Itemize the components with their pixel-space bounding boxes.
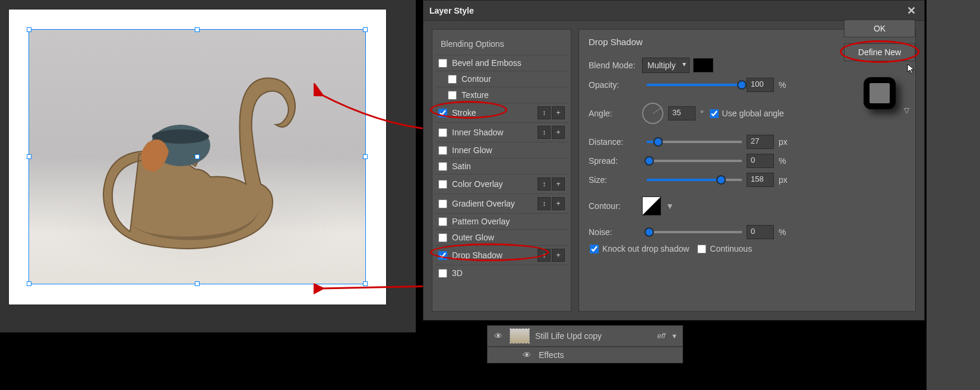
spread-value[interactable]: 0 [747, 154, 774, 168]
document-frame [9, 9, 386, 305]
add-icon[interactable]: + [552, 249, 565, 262]
reorder-icon[interactable]: ↕ [538, 177, 551, 191]
style-3d-checkbox[interactable] [438, 269, 447, 278]
ok-button[interactable]: OK [844, 20, 915, 37]
transform-handle-tr[interactable] [363, 27, 368, 32]
layer-row[interactable]: 👁 Still Life Upd copy eff ▼ [487, 325, 683, 347]
transform-handle-ml[interactable] [27, 154, 31, 159]
transform-handle-tm[interactable] [195, 27, 200, 32]
style-drop-shadow[interactable]: Drop Shadow ↕ + [435, 245, 568, 265]
style-satin-label: Satin [452, 161, 565, 171]
style-3d-label: 3D [452, 268, 565, 278]
visibility-eye-icon[interactable]: 👁 [521, 350, 533, 360]
opacity-unit: % [779, 80, 786, 90]
distance-slider[interactable] [647, 141, 742, 143]
styles-list-header: Blending Options [435, 34, 568, 55]
contour-picker[interactable] [642, 196, 661, 215]
spread-unit: % [779, 156, 786, 166]
style-inner-glow-checkbox[interactable] [438, 146, 447, 155]
style-satin-checkbox[interactable] [438, 162, 447, 171]
style-bevel-emboss[interactable]: Bevel and Emboss [435, 55, 568, 71]
add-icon[interactable]: + [552, 197, 565, 210]
layer-thumbnail[interactable] [510, 329, 529, 343]
style-pattern-overlay-checkbox[interactable] [438, 217, 447, 226]
noise-value[interactable]: 0 [747, 225, 774, 239]
style-gradient-overlay-label: Gradient Overlay [452, 199, 536, 208]
style-texture[interactable]: Texture [435, 87, 568, 103]
annotation-arrow-dropshadow [314, 273, 438, 297]
effects-tag: eff [657, 332, 665, 340]
layers-panel-fragment: 👁 Still Life Upd copy eff ▼ 👁 Effects [487, 325, 683, 363]
transform-handle-bm[interactable] [195, 281, 200, 286]
style-inner-glow[interactable]: Inner Glow [435, 142, 568, 158]
panel-background [927, 0, 980, 390]
style-pattern-overlay[interactable]: Pattern Overlay [435, 213, 568, 229]
cursor-icon [906, 64, 917, 74]
use-global-angle-label: Use global angle [722, 109, 784, 118]
style-contour-label: Contour [461, 74, 565, 84]
size-unit: px [779, 175, 788, 185]
style-texture-label: Texture [461, 90, 565, 100]
opacity-slider[interactable] [647, 84, 742, 86]
continuous-checkbox[interactable] [697, 245, 706, 253]
style-3d[interactable]: 3D [435, 265, 568, 281]
style-inner-shadow-checkbox[interactable] [438, 128, 447, 137]
transform-handle-center[interactable] [195, 154, 200, 159]
preview-dropdown-icon[interactable]: ▽ [904, 106, 909, 115]
distance-value[interactable]: 27 [747, 135, 774, 149]
style-satin[interactable]: Satin [435, 158, 568, 174]
style-drop-shadow-label: Drop Shadow [452, 251, 536, 260]
style-gradient-overlay-checkbox[interactable] [438, 199, 447, 208]
define-new-button[interactable]: Define New [844, 43, 915, 61]
spread-slider[interactable] [647, 160, 742, 162]
ok-button-label: OK [874, 24, 886, 33]
reorder-icon[interactable]: ↕ [538, 197, 551, 210]
chevron-down-icon[interactable]: ▼ [671, 332, 678, 340]
angle-value[interactable]: 35 [668, 106, 696, 121]
opacity-value[interactable]: 100 [747, 78, 774, 92]
noise-slider[interactable] [647, 231, 742, 233]
size-value[interactable]: 158 [747, 173, 774, 187]
spread-label: Spread: [589, 156, 642, 166]
knock-out-label: Knock out drop shadow [602, 244, 689, 253]
layer-name[interactable]: Still Life Upd copy [535, 331, 652, 341]
styles-list: Blending Options Bevel and Emboss Contou… [432, 29, 571, 312]
opacity-label: Opacity: [589, 80, 642, 90]
still-life-image [77, 65, 302, 261]
style-gradient-overlay[interactable]: Gradient Overlay ↕ + [435, 194, 568, 213]
add-icon[interactable]: + [552, 126, 565, 139]
add-icon[interactable]: + [552, 177, 565, 191]
transform-handle-mr[interactable] [363, 154, 368, 159]
knock-out-checkbox[interactable] [590, 245, 599, 253]
style-inner-shadow-label: Inner Shadow [452, 128, 536, 137]
shadow-color-swatch[interactable] [693, 58, 713, 72]
size-slider[interactable] [647, 179, 742, 181]
transform-handle-tl[interactable] [27, 27, 31, 32]
style-outer-glow[interactable]: Outer Glow [435, 229, 568, 245]
add-icon[interactable]: + [552, 106, 565, 119]
style-drop-shadow-checkbox[interactable] [438, 251, 447, 260]
contour-label: Contour: [589, 201, 642, 211]
contour-dropdown-icon[interactable]: ▼ [666, 201, 674, 211]
transform-handle-bl[interactable] [27, 281, 31, 286]
visibility-eye-icon[interactable]: 👁 [492, 331, 504, 341]
angle-dial[interactable] [642, 103, 663, 124]
style-stroke[interactable]: Stroke ↕ + [435, 103, 568, 122]
reorder-icon[interactable]: ↕ [538, 249, 551, 262]
style-color-overlay-checkbox[interactable] [438, 180, 447, 189]
style-texture-checkbox[interactable] [448, 91, 457, 100]
style-outer-glow-checkbox[interactable] [438, 233, 447, 242]
style-bevel-checkbox[interactable] [438, 59, 447, 68]
layer-effects-row[interactable]: 👁 Effects [487, 347, 683, 363]
blend-mode-select[interactable]: Multiply [642, 58, 690, 73]
style-contour[interactable]: Contour [435, 71, 568, 87]
continuous-label: Continuous [710, 244, 752, 253]
reorder-icon[interactable]: ↕ [538, 126, 551, 139]
reorder-icon[interactable]: ↕ [538, 106, 551, 119]
style-color-overlay[interactable]: Color Overlay ↕ + [435, 174, 568, 194]
transform-bounding-box[interactable] [29, 29, 366, 284]
style-inner-shadow[interactable]: Inner Shadow ↕ + [435, 122, 568, 142]
style-stroke-checkbox[interactable] [438, 109, 447, 118]
style-contour-checkbox[interactable] [448, 75, 457, 84]
use-global-angle-checkbox[interactable] [710, 109, 719, 118]
